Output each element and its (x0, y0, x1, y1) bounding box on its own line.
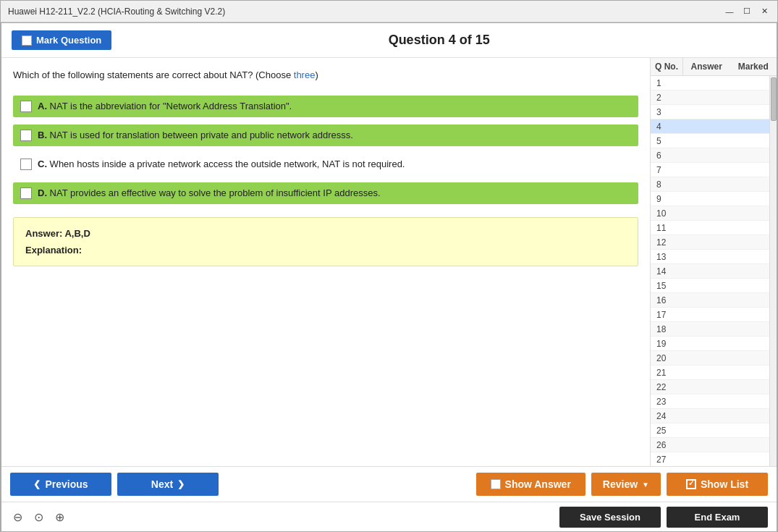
option-b[interactable]: B. NAT is used for translation between p… (13, 124, 638, 146)
option-d[interactable]: D. NAT provides an effective way to solv… (13, 182, 638, 204)
utility-bar: ⊖ ⊙ ⊕ Save Session End Exam (1, 502, 777, 532)
row-number: 18 (651, 324, 683, 334)
review-label: Review (603, 478, 638, 490)
row-number: 11 (651, 223, 683, 233)
checkbox-d[interactable] (20, 187, 32, 199)
sidebar-row[interactable]: 14 (651, 264, 769, 279)
explanation-line: Explanation: (25, 245, 626, 256)
sidebar-row[interactable]: 2 (651, 90, 769, 105)
sidebar-row[interactable]: 4 (651, 119, 769, 134)
zoom-in-button[interactable]: ⊕ (52, 509, 67, 525)
sidebar-row[interactable]: 23 (651, 394, 769, 409)
question-title: Question 4 of 15 (111, 33, 766, 48)
sidebar-row[interactable]: 9 (651, 192, 769, 206)
row-number: 15 (651, 281, 683, 291)
close-button[interactable]: ✕ (758, 6, 770, 17)
sidebar-row[interactable]: 1 (651, 76, 769, 90)
sidebar-header-marked: Marked (730, 58, 777, 75)
row-number: 19 (651, 339, 683, 349)
checkbox-a[interactable] (20, 101, 32, 112)
sidebar-row[interactable]: 22 (651, 380, 769, 394)
sidebar-row[interactable]: 18 (651, 322, 769, 337)
review-button[interactable]: Review ▼ (591, 473, 661, 496)
row-number: 24 (651, 411, 683, 421)
sidebar-row[interactable]: 21 (651, 366, 769, 380)
sidebar: Q No. Answer Marked 12345678910111213141… (650, 58, 777, 466)
option-d-label: D. NAT provides an effective way to solv… (38, 187, 381, 198)
sidebar-row[interactable]: 20 (651, 351, 769, 366)
show-list-button[interactable]: Show List (667, 473, 768, 496)
sidebar-row[interactable]: 24 (651, 409, 769, 423)
previous-button[interactable]: ❮ Previous (10, 473, 111, 496)
save-session-button[interactable]: Save Session (559, 507, 661, 528)
maximize-button[interactable]: ☐ (741, 6, 753, 17)
sidebar-row[interactable]: 10 (651, 206, 769, 221)
next-chevron-icon: ❯ (177, 479, 185, 489)
checkbox-b[interactable] (20, 130, 32, 141)
show-answer-label: Show Answer (505, 478, 571, 490)
sidebar-row[interactable]: 12 (651, 235, 769, 250)
row-number: 8 (651, 180, 683, 190)
option-a-label: A. NAT is the abbreviation for "Network … (38, 101, 292, 111)
show-answer-button[interactable]: Show Answer (476, 473, 585, 496)
row-number: 16 (651, 295, 683, 305)
sidebar-row[interactable]: 17 (651, 308, 769, 322)
next-button[interactable]: Next ❯ (117, 473, 219, 496)
next-label: Next (151, 478, 173, 490)
sidebar-header: Q No. Answer Marked (651, 58, 777, 76)
row-number: 20 (651, 353, 683, 363)
answer-line: Answer: A,B,D (25, 228, 626, 239)
prev-chevron-icon: ❮ (33, 479, 41, 489)
content-area: Which of the following statements are co… (1, 58, 777, 466)
show-answer-checkbox-icon (491, 479, 501, 489)
row-number: 12 (651, 237, 683, 248)
question-choose-count: three (294, 69, 316, 80)
sidebar-row[interactable]: 3 (651, 105, 769, 119)
mark-checkbox-icon (22, 35, 32, 46)
row-number: 10 (651, 208, 683, 219)
row-number: 13 (651, 252, 683, 262)
sidebar-row[interactable]: 27 (651, 452, 769, 466)
bottom-bar: ❮ Previous Next ❯ Show Answer Review ▼ S… (1, 466, 777, 532)
sidebar-row[interactable]: 13 (651, 250, 769, 264)
toolbar: Mark Question Question 4 of 15 (1, 23, 777, 58)
sidebar-header-answer: Answer (683, 58, 730, 75)
option-a[interactable]: A. NAT is the abbreviation for "Network … (13, 96, 638, 117)
sidebar-row[interactable]: 7 (651, 163, 769, 177)
title-bar: Huawei H12-211_V2.2 (HCIA-Routing & Swit… (1, 1, 777, 22)
question-text: Which of the following statements are co… (13, 68, 638, 83)
sidebar-row[interactable]: 16 (651, 293, 769, 308)
option-c[interactable]: C. When hosts inside a private network a… (13, 153, 638, 175)
main-window: Mark Question Question 4 of 15 Which of … (1, 22, 777, 532)
sidebar-row[interactable]: 26 (651, 438, 769, 452)
row-number: 9 (651, 194, 683, 204)
sidebar-row[interactable]: 8 (651, 177, 769, 192)
zoom-fit-button[interactable]: ⊙ (31, 509, 46, 525)
title-bar-text: Huawei H12-211_V2.2 (HCIA-Routing & Swit… (8, 7, 225, 17)
review-dropdown-icon: ▼ (642, 481, 649, 489)
sidebar-row[interactable]: 11 (651, 221, 769, 235)
row-number: 5 (651, 136, 683, 146)
sidebar-row[interactable]: 25 (651, 423, 769, 438)
scrollbar-thumb[interactable] (771, 77, 777, 121)
show-list-label: Show List (701, 478, 748, 490)
sidebar-row[interactable]: 5 (651, 134, 769, 148)
scrollbar-track[interactable] (769, 76, 777, 466)
sidebar-row[interactable]: 6 (651, 148, 769, 163)
question-panel: Which of the following statements are co… (1, 58, 650, 466)
checkbox-c[interactable] (20, 159, 32, 170)
row-number: 3 (651, 107, 683, 117)
end-exam-button[interactable]: End Exam (667, 507, 768, 528)
minimize-button[interactable]: — (724, 6, 735, 17)
row-number: 25 (651, 426, 683, 436)
zoom-out-button[interactable]: ⊖ (10, 509, 25, 525)
sidebar-row[interactable]: 15 (651, 279, 769, 293)
window-controls: — ☐ ✕ (724, 6, 770, 17)
sidebar-row[interactable]: 19 (651, 337, 769, 351)
row-number: 14 (651, 266, 683, 276)
option-c-label: C. When hosts inside a private network a… (38, 159, 405, 169)
question-text-prefix: Which of the following statements are co… (13, 69, 294, 80)
question-text-suffix: ) (315, 69, 318, 80)
option-b-label: B. NAT is used for translation between p… (38, 130, 353, 140)
mark-question-button[interactable]: Mark Question (12, 30, 111, 50)
